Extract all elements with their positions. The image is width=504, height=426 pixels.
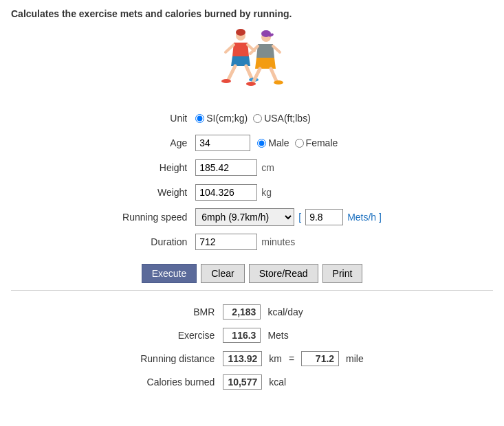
svg-point-7: [221, 79, 231, 83]
svg-line-15: [273, 46, 280, 52]
button-row: Execute Clear Store/Read Print: [11, 264, 493, 283]
print-button[interactable]: Print: [322, 264, 363, 283]
gender-male-option[interactable]: Male: [257, 137, 289, 148]
bmr-value: 2,183: [223, 304, 261, 320]
gender-radio-group: Male Female: [257, 137, 338, 148]
calories-value: 10,577: [223, 374, 262, 390]
svg-line-6: [228, 66, 235, 80]
results-table: BMR 2,183 kcal/day Exercise 116.3 Mets R…: [136, 300, 368, 394]
weight-row: Weight kg: [118, 180, 386, 205]
speed-row: Running speed 4mph (6.4km/h) 5mph (8.0km…: [118, 205, 386, 229]
speed-select[interactable]: 4mph (6.4km/h) 5mph (8.0km/h) 6mph (9.7k…: [195, 208, 294, 226]
unit-si-label: SI(cm;kg): [206, 113, 248, 124]
gender-female-label: Female: [306, 137, 338, 148]
weight-unit: kg: [261, 187, 272, 198]
page-description: Calculates the exercise mets and calorie…: [11, 8, 493, 19]
divider: [11, 290, 493, 291]
svg-marker-16: [255, 58, 276, 69]
speed-label: Running speed: [118, 205, 191, 229]
gender-female-option[interactable]: Female: [295, 137, 338, 148]
distance-km-unit: km: [266, 353, 282, 364]
weight-input[interactable]: [195, 184, 257, 201]
exercise-label: Exercise: [136, 324, 219, 347]
height-label: Height: [118, 155, 191, 180]
svg-point-1: [236, 29, 245, 36]
height-input[interactable]: [195, 159, 257, 176]
distance-km-value: 113.92: [223, 351, 262, 366]
duration-label: Duration: [118, 229, 191, 254]
clear-button[interactable]: Clear: [201, 264, 244, 283]
svg-point-20: [274, 80, 283, 85]
age-label: Age: [118, 131, 191, 155]
store-read-button[interactable]: Store/Read: [249, 264, 318, 283]
gender-female-radio[interactable]: [295, 139, 304, 148]
runner-image: [11, 26, 493, 95]
unit-usa-label: USA(ft;lbs): [264, 113, 311, 124]
unit-si-option[interactable]: SI(cm;kg): [195, 113, 248, 124]
bmr-unit: kcal/day: [265, 306, 303, 317]
svg-line-3: [226, 45, 234, 52]
unit-radio-group: SI(cm;kg) USA(ft;lbs): [195, 113, 382, 124]
gender-male-label: Male: [268, 137, 289, 148]
height-unit: cm: [261, 162, 274, 173]
calories-row: Calories burned 10,577 kcal: [136, 370, 368, 394]
mets-open-bracket: [: [298, 212, 301, 223]
unit-usa-option[interactable]: USA(ft;lbs): [253, 113, 311, 124]
exercise-row: Exercise 116.3 Mets: [136, 324, 368, 347]
svg-point-18: [246, 82, 256, 86]
svg-line-19: [271, 69, 276, 81]
unit-label: Unit: [118, 106, 191, 131]
bmr-row: BMR 2,183 kcal/day: [136, 300, 368, 324]
age-input[interactable]: [195, 135, 250, 151]
distance-row: Running distance 113.92 km = 71.2 mile: [136, 347, 368, 370]
unit-si-radio[interactable]: [195, 114, 204, 123]
height-row: Height cm: [118, 155, 386, 180]
calories-label: Calories burned: [136, 370, 219, 394]
distance-label: Running distance: [136, 347, 219, 370]
mets-close-label: Mets/h ]: [347, 212, 382, 223]
duration-row: Duration minutes: [118, 229, 386, 254]
form-table: Unit SI(cm;kg) USA(ft;lbs) Age: [118, 106, 386, 254]
bmr-label: BMR: [136, 300, 219, 324]
duration-input[interactable]: [195, 234, 257, 250]
svg-line-8: [246, 66, 252, 78]
exercise-value: 116.3: [223, 328, 261, 343]
gender-male-radio[interactable]: [257, 139, 266, 148]
exercise-unit: Mets: [265, 330, 288, 341]
age-row: Age Male Female: [118, 131, 386, 155]
svg-marker-5: [231, 56, 250, 66]
unit-row: Unit SI(cm;kg) USA(ft;lbs): [118, 106, 386, 131]
distance-mile-value: 71.2: [301, 351, 339, 366]
execute-button[interactable]: Execute: [142, 264, 197, 283]
weight-label: Weight: [118, 180, 191, 205]
calories-unit: kcal: [266, 377, 286, 388]
duration-unit: minutes: [261, 236, 295, 247]
unit-usa-radio[interactable]: [253, 114, 262, 123]
equals-sign: =: [286, 353, 297, 364]
mets-input[interactable]: [305, 209, 343, 225]
distance-mile-unit: mile: [343, 353, 364, 364]
